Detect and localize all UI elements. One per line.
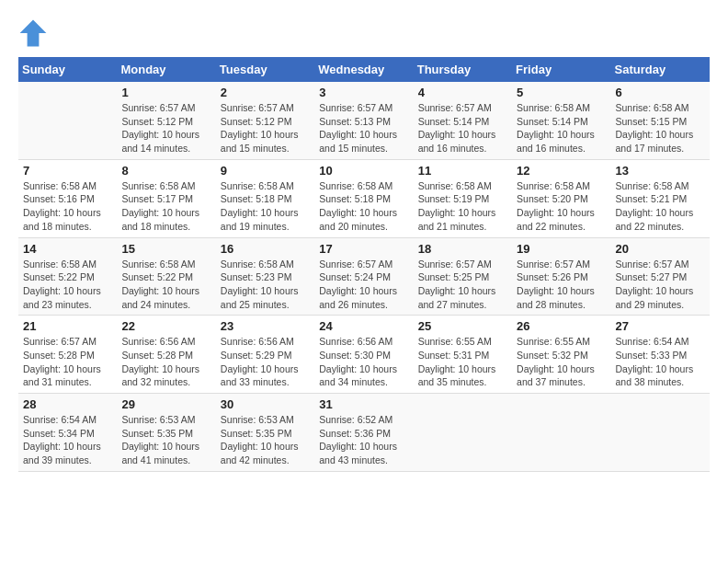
day-number: 25 xyxy=(418,319,507,333)
calendar-cell: 28Sunrise: 6:54 AMSunset: 5:34 PMDayligh… xyxy=(18,394,117,472)
calendar-cell: 16Sunrise: 6:58 AMSunset: 5:23 PMDayligh… xyxy=(216,237,314,316)
day-info: Sunrise: 6:57 AMSunset: 5:13 PMDaylight:… xyxy=(319,101,408,155)
day-number: 27 xyxy=(616,319,705,333)
day-number: 1 xyxy=(121,86,210,99)
days-header-row: SundayMondayTuesdayWednesdayThursdayFrid… xyxy=(18,57,710,82)
calendar-cell: 20Sunrise: 6:57 AMSunset: 5:27 PMDayligh… xyxy=(611,237,710,316)
calendar-cell: 12Sunrise: 6:58 AMSunset: 5:20 PMDayligh… xyxy=(512,159,610,237)
calendar-cell xyxy=(18,82,117,159)
day-number: 9 xyxy=(221,164,310,178)
day-info: Sunrise: 6:54 AMSunset: 5:34 PMDaylight:… xyxy=(23,413,112,467)
week-row-1: 1Sunrise: 6:57 AMSunset: 5:12 PMDaylight… xyxy=(18,82,710,159)
calendar-cell: 6Sunrise: 6:58 AMSunset: 5:15 PMDaylight… xyxy=(611,82,710,159)
calendar-cell: 27Sunrise: 6:54 AMSunset: 5:33 PMDayligh… xyxy=(611,316,710,394)
calendar-cell: 15Sunrise: 6:58 AMSunset: 5:22 PMDayligh… xyxy=(117,237,215,316)
header-saturday: Saturday xyxy=(611,57,710,82)
day-info: Sunrise: 6:53 AMSunset: 5:35 PMDaylight:… xyxy=(221,413,310,467)
day-number: 18 xyxy=(418,242,507,256)
day-number: 21 xyxy=(23,319,112,333)
calendar-cell: 9Sunrise: 6:58 AMSunset: 5:18 PMDaylight… xyxy=(216,159,314,237)
calendar-cell: 25Sunrise: 6:55 AMSunset: 5:31 PMDayligh… xyxy=(414,316,512,394)
day-info: Sunrise: 6:57 AMSunset: 5:26 PMDaylight:… xyxy=(517,258,606,312)
day-number: 19 xyxy=(517,242,606,256)
logo xyxy=(18,18,51,48)
day-info: Sunrise: 6:55 AMSunset: 5:32 PMDaylight:… xyxy=(517,335,606,389)
day-info: Sunrise: 6:54 AMSunset: 5:33 PMDaylight:… xyxy=(616,335,705,389)
day-number: 28 xyxy=(23,397,112,411)
day-number: 11 xyxy=(418,164,507,178)
logo-icon xyxy=(18,18,48,48)
day-info: Sunrise: 6:57 AMSunset: 5:24 PMDaylight:… xyxy=(319,258,408,312)
calendar-cell: 2Sunrise: 6:57 AMSunset: 5:12 PMDaylight… xyxy=(216,82,314,159)
calendar-cell: 4Sunrise: 6:57 AMSunset: 5:14 PMDaylight… xyxy=(414,82,512,159)
day-info: Sunrise: 6:58 AMSunset: 5:21 PMDaylight:… xyxy=(616,179,705,234)
day-info: Sunrise: 6:58 AMSunset: 5:18 PMDaylight:… xyxy=(221,179,310,234)
calendar-cell: 5Sunrise: 6:58 AMSunset: 5:14 PMDaylight… xyxy=(512,82,610,159)
calendar-cell xyxy=(512,394,610,472)
day-number: 20 xyxy=(616,242,705,256)
day-info: Sunrise: 6:57 AMSunset: 5:14 PMDaylight:… xyxy=(418,101,507,155)
calendar-table: SundayMondayTuesdayWednesdayThursdayFrid… xyxy=(18,57,710,472)
day-number: 4 xyxy=(418,86,507,99)
day-number: 6 xyxy=(616,86,705,99)
day-number: 13 xyxy=(616,164,705,178)
calendar-cell: 8Sunrise: 6:58 AMSunset: 5:17 PMDaylight… xyxy=(117,159,215,237)
day-number: 3 xyxy=(319,86,408,99)
calendar-cell: 24Sunrise: 6:56 AMSunset: 5:30 PMDayligh… xyxy=(314,316,413,394)
day-number: 22 xyxy=(121,319,210,333)
calendar-cell xyxy=(611,394,710,472)
calendar-cell: 30Sunrise: 6:53 AMSunset: 5:35 PMDayligh… xyxy=(216,394,314,472)
calendar-cell: 29Sunrise: 6:53 AMSunset: 5:35 PMDayligh… xyxy=(117,394,215,472)
day-number: 17 xyxy=(319,242,408,256)
day-number: 7 xyxy=(23,164,112,178)
day-info: Sunrise: 6:57 AMSunset: 5:28 PMDaylight:… xyxy=(23,335,112,389)
day-info: Sunrise: 6:57 AMSunset: 5:27 PMDaylight:… xyxy=(616,258,705,312)
day-info: Sunrise: 6:56 AMSunset: 5:30 PMDaylight:… xyxy=(319,335,408,389)
day-number: 24 xyxy=(319,319,408,333)
day-info: Sunrise: 6:52 AMSunset: 5:36 PMDaylight:… xyxy=(319,413,408,467)
calendar-cell: 7Sunrise: 6:58 AMSunset: 5:16 PMDaylight… xyxy=(18,159,117,237)
week-row-5: 28Sunrise: 6:54 AMSunset: 5:34 PMDayligh… xyxy=(18,394,710,472)
calendar-cell: 14Sunrise: 6:58 AMSunset: 5:22 PMDayligh… xyxy=(18,237,117,316)
calendar-cell: 21Sunrise: 6:57 AMSunset: 5:28 PMDayligh… xyxy=(18,316,117,394)
header-friday: Friday xyxy=(512,57,610,82)
day-info: Sunrise: 6:58 AMSunset: 5:22 PMDaylight:… xyxy=(23,258,112,312)
calendar-cell xyxy=(414,394,512,472)
calendar-cell: 1Sunrise: 6:57 AMSunset: 5:12 PMDaylight… xyxy=(117,82,215,159)
day-info: Sunrise: 6:55 AMSunset: 5:31 PMDaylight:… xyxy=(418,335,507,389)
day-info: Sunrise: 6:56 AMSunset: 5:28 PMDaylight:… xyxy=(121,335,210,389)
day-info: Sunrise: 6:58 AMSunset: 5:14 PMDaylight:… xyxy=(517,101,606,155)
header-monday: Monday xyxy=(117,57,215,82)
day-number: 29 xyxy=(121,397,210,411)
calendar-cell: 23Sunrise: 6:56 AMSunset: 5:29 PMDayligh… xyxy=(216,316,314,394)
day-info: Sunrise: 6:58 AMSunset: 5:18 PMDaylight:… xyxy=(319,179,408,234)
day-info: Sunrise: 6:58 AMSunset: 5:19 PMDaylight:… xyxy=(418,179,507,234)
page-header xyxy=(18,18,710,48)
calendar-cell: 3Sunrise: 6:57 AMSunset: 5:13 PMDaylight… xyxy=(314,82,413,159)
calendar-cell: 11Sunrise: 6:58 AMSunset: 5:19 PMDayligh… xyxy=(414,159,512,237)
calendar-cell: 26Sunrise: 6:55 AMSunset: 5:32 PMDayligh… xyxy=(512,316,610,394)
day-number: 23 xyxy=(221,319,310,333)
day-info: Sunrise: 6:57 AMSunset: 5:12 PMDaylight:… xyxy=(121,101,210,155)
header-thursday: Thursday xyxy=(414,57,512,82)
day-number: 10 xyxy=(319,164,408,178)
week-row-2: 7Sunrise: 6:58 AMSunset: 5:16 PMDaylight… xyxy=(18,159,710,237)
day-info: Sunrise: 6:56 AMSunset: 5:29 PMDaylight:… xyxy=(221,335,310,389)
day-info: Sunrise: 6:58 AMSunset: 5:22 PMDaylight:… xyxy=(121,258,210,312)
day-number: 2 xyxy=(221,86,310,99)
week-row-4: 21Sunrise: 6:57 AMSunset: 5:28 PMDayligh… xyxy=(18,316,710,394)
header-sunday: Sunday xyxy=(18,57,117,82)
day-number: 31 xyxy=(319,397,408,411)
day-number: 14 xyxy=(23,242,112,256)
week-row-3: 14Sunrise: 6:58 AMSunset: 5:22 PMDayligh… xyxy=(18,237,710,316)
day-number: 12 xyxy=(517,164,606,178)
day-number: 30 xyxy=(221,397,310,411)
day-number: 16 xyxy=(221,242,310,256)
day-info: Sunrise: 6:58 AMSunset: 5:17 PMDaylight:… xyxy=(121,179,210,234)
calendar-cell: 31Sunrise: 6:52 AMSunset: 5:36 PMDayligh… xyxy=(314,394,413,472)
day-number: 15 xyxy=(121,242,210,256)
calendar-cell: 17Sunrise: 6:57 AMSunset: 5:24 PMDayligh… xyxy=(314,237,413,316)
calendar-cell: 18Sunrise: 6:57 AMSunset: 5:25 PMDayligh… xyxy=(414,237,512,316)
header-wednesday: Wednesday xyxy=(314,57,413,82)
day-info: Sunrise: 6:53 AMSunset: 5:35 PMDaylight:… xyxy=(121,413,210,467)
